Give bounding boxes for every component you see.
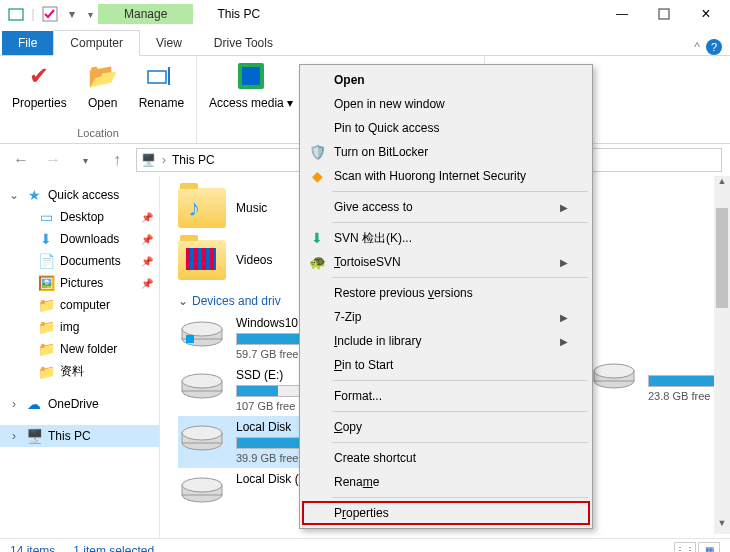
scrollbar-thumb[interactable]	[716, 208, 728, 308]
address-text: This PC	[172, 153, 215, 167]
ctx-open-new-window[interactable]: Open in new window	[302, 92, 590, 116]
star-icon: ★	[26, 187, 42, 203]
ribbon-collapse-icon[interactable]: ^	[694, 40, 700, 54]
sidebar-new-folder[interactable]: 📁New folder	[0, 338, 159, 360]
qat-overflow[interactable]: ▾	[82, 3, 98, 25]
ctx-create-shortcut[interactable]: Create shortcut	[302, 446, 590, 470]
ribbon-open[interactable]: 📂Open	[79, 58, 127, 112]
svg-rect-13	[186, 335, 194, 343]
ctx-properties[interactable]: Properties	[302, 501, 590, 525]
ctx-tortoisesvn[interactable]: 🐢TortoiseSVN▶	[302, 250, 590, 274]
submenu-arrow-icon: ▶	[560, 202, 568, 213]
sidebar-onedrive[interactable]: ›☁OneDrive	[0, 393, 159, 415]
tab-file[interactable]: File	[2, 31, 53, 55]
context-menu: Open Open in new window Pin to Quick acc…	[299, 64, 593, 529]
sidebar-this-pc[interactable]: ›🖥️This PC	[0, 425, 159, 447]
contextual-tab-header: Manage	[98, 4, 193, 24]
navigation-sidebar: ⌄★Quick access ▭Desktop📌 ⬇Downloads📌 📄Do…	[0, 176, 160, 538]
svg-point-12	[182, 322, 222, 336]
sidebar-downloads[interactable]: ⬇Downloads📌	[0, 228, 159, 250]
qat-dropdown[interactable]: ▾	[64, 3, 80, 25]
ribbon-group-location: Location	[10, 127, 186, 141]
ctx-bitlocker[interactable]: 🛡️Turn on BitLocker	[302, 140, 590, 164]
view-details-button[interactable]: ⋮⋮	[674, 542, 696, 553]
bitlocker-icon: 🛡️	[308, 143, 326, 161]
ctx-huorong-scan[interactable]: ◆Scan with Huorong Internet Security	[302, 164, 590, 188]
download-icon: ⬇	[38, 231, 54, 247]
tortoise-icon: 🐢	[308, 253, 326, 271]
sidebar-pictures[interactable]: 🖼️Pictures📌	[0, 272, 159, 294]
close-button[interactable]: ×	[686, 3, 726, 25]
huorong-icon: ◆	[308, 167, 326, 185]
folder-icon: 📁	[38, 319, 54, 335]
this-pc-icon: 🖥️	[141, 153, 156, 167]
view-large-button[interactable]: ▦	[698, 542, 720, 553]
qat-icon-1[interactable]	[4, 3, 28, 25]
nav-forward[interactable]: →	[40, 147, 66, 173]
folder-icon: 📁	[38, 364, 54, 380]
ctx-include-library[interactable]: Include in library▶	[302, 329, 590, 353]
status-bar: 14 items 1 item selected ⋮⋮ ▦	[0, 538, 730, 552]
ctx-open[interactable]: Open	[302, 68, 590, 92]
folder-open-icon: 📂	[87, 60, 119, 92]
documents-icon: 📄	[38, 253, 54, 269]
status-item-count: 14 items	[10, 544, 55, 553]
svg-point-16	[182, 374, 222, 388]
ctx-format[interactable]: Format...	[302, 384, 590, 408]
submenu-arrow-icon: ▶	[560, 336, 568, 347]
sidebar-zh-folder[interactable]: 📁资料	[0, 360, 159, 383]
svg-rect-6	[242, 67, 260, 85]
svn-checkout-icon: ⬇	[308, 229, 326, 247]
ctx-pin-start[interactable]: Pin to Start	[302, 353, 590, 377]
ctx-copy[interactable]: Copy	[302, 415, 590, 439]
desktop-icon: ▭	[38, 209, 54, 225]
title-bar: | ▾ ▾ Manage This PC — ×	[0, 0, 730, 28]
tab-computer[interactable]: Computer	[53, 30, 140, 56]
ribbon-access-media[interactable]: Access media ▾	[207, 58, 295, 112]
cloud-icon: ☁	[26, 396, 42, 412]
ctx-rename[interactable]: Rename	[302, 470, 590, 494]
qat-check-icon[interactable]	[38, 3, 62, 25]
videos-folder-icon	[178, 240, 226, 280]
drive-icon	[590, 358, 638, 394]
ribbon-tabs: File Computer View Drive Tools ^ ?	[0, 28, 730, 56]
sidebar-desktop[interactable]: ▭Desktop📌	[0, 206, 159, 228]
folder-label: Music	[236, 201, 267, 215]
ctx-restore-previous[interactable]: Restore previous versions	[302, 281, 590, 305]
svg-point-22	[182, 478, 222, 492]
tab-drive-tools[interactable]: Drive Tools	[198, 31, 289, 55]
folder-icon: 📁	[38, 297, 54, 313]
ribbon-properties[interactable]: ✔Properties	[10, 58, 69, 112]
pictures-icon: 🖼️	[38, 275, 54, 291]
music-folder-icon: ♪	[178, 188, 226, 228]
sidebar-quick-access[interactable]: ⌄★Quick access	[0, 184, 159, 206]
submenu-arrow-icon: ▶	[560, 312, 568, 323]
ctx-pin-quick-access[interactable]: Pin to Quick access	[302, 116, 590, 140]
nav-up[interactable]: ↑	[104, 147, 130, 173]
maximize-button[interactable]	[644, 3, 684, 25]
ctx-7zip[interactable]: 7-Zip▶	[302, 305, 590, 329]
svg-rect-2	[659, 9, 669, 19]
sidebar-documents[interactable]: 📄Documents📌	[0, 250, 159, 272]
nav-back[interactable]: ←	[8, 147, 34, 173]
ctx-give-access-to[interactable]: Give access to▶	[302, 195, 590, 219]
sidebar-computer-folder[interactable]: 📁computer	[0, 294, 159, 316]
help-icon[interactable]: ?	[706, 39, 722, 55]
this-pc-icon: 🖥️	[26, 428, 42, 444]
nav-history-dropdown[interactable]: ▾	[72, 147, 98, 173]
drive-icon	[178, 368, 226, 404]
drive-icon	[178, 472, 226, 508]
window-title: This PC	[217, 7, 260, 21]
minimize-button[interactable]: —	[602, 3, 642, 25]
drive-right-partial[interactable]: B 23.8 GB free of 97.6 GB	[590, 354, 730, 406]
sidebar-img-folder[interactable]: 📁img	[0, 316, 159, 338]
media-icon	[235, 60, 267, 92]
window-controls: — ×	[602, 3, 726, 25]
vertical-scrollbar[interactable]: ▲ ▼	[714, 176, 730, 534]
svg-rect-3	[148, 71, 166, 83]
folder-label: Videos	[236, 253, 272, 267]
ctx-svn-checkout[interactable]: ⬇SVN 检出(K)...	[302, 226, 590, 250]
ribbon-rename[interactable]: Rename	[137, 58, 186, 112]
submenu-arrow-icon: ▶	[560, 257, 568, 268]
tab-view[interactable]: View	[140, 31, 198, 55]
